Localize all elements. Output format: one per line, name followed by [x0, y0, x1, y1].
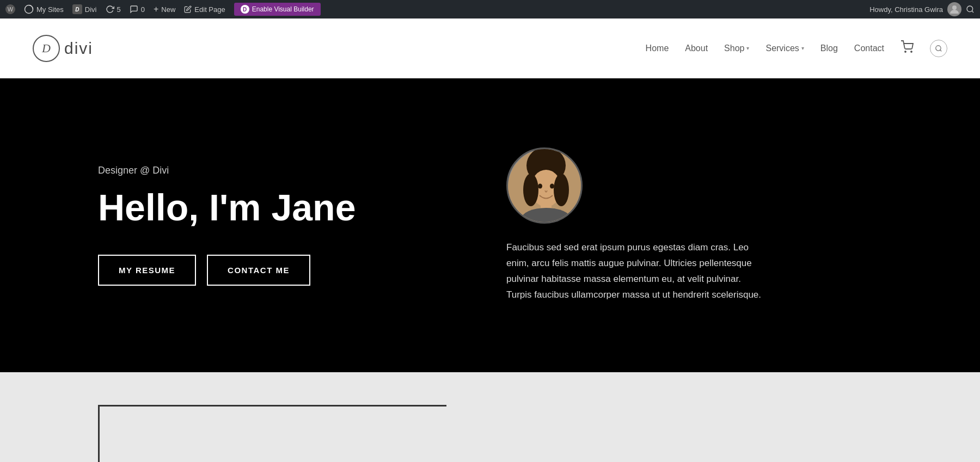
svg-line-3: [972, 11, 973, 13]
my-sites-icon: [24, 4, 34, 14]
admin-bar: W My Sites D Divi 5 0 + New Edit Page D …: [0, 0, 980, 19]
comments-icon: [130, 5, 138, 14]
hero-right: Faucibus sed sed erat ipsum purus egesta…: [474, 147, 882, 303]
enable-vb-label: Enable Visual Builder: [252, 5, 314, 13]
wordpress-icon: W: [5, 4, 15, 14]
hero-avatar: [506, 147, 583, 224]
new-item[interactable]: + New: [154, 4, 175, 14]
nav-about[interactable]: About: [685, 44, 708, 53]
updates-item[interactable]: 5: [106, 5, 121, 14]
hero-description: Faucibus sed sed erat ipsum purus egesta…: [506, 240, 768, 303]
nav-shop[interactable]: Shop ▾: [724, 44, 749, 53]
wp-logo-item[interactable]: W: [5, 4, 15, 14]
edit-page-item[interactable]: Edit Page: [184, 5, 225, 14]
user-avatar[interactable]: [947, 2, 961, 16]
shop-chevron-icon: ▾: [746, 45, 749, 51]
my-sites-item[interactable]: My Sites: [24, 4, 64, 14]
hero-buttons: MY RESUME CONTACT ME: [98, 255, 474, 286]
svg-point-6: [936, 45, 941, 50]
nav-home[interactable]: Home: [646, 44, 669, 53]
hero-subtitle: Designer @ Divi: [98, 165, 474, 176]
nav-blog[interactable]: Blog: [820, 44, 838, 53]
nav-services[interactable]: Services ▾: [765, 44, 804, 53]
svg-point-15: [538, 184, 542, 189]
svg-point-16: [550, 184, 554, 189]
my-sites-label: My Sites: [36, 5, 64, 14]
logo-circle-icon: D: [33, 35, 60, 62]
new-label: New: [161, 5, 175, 14]
admin-bar-right: Howdy, Christina Gwira: [869, 2, 975, 16]
site-nav: Home About Shop ▾ Services ▾ Blog Contac…: [646, 40, 947, 57]
howdy-label: Howdy, Christina Gwira: [869, 5, 943, 14]
comments-item[interactable]: 0: [130, 5, 145, 14]
experience-left-decoration: [98, 405, 446, 462]
divi-label: Divi: [85, 5, 97, 14]
hero-section: Designer @ Divi Hello, I'm Jane MY RESUM…: [0, 78, 980, 372]
site-logo[interactable]: D divi: [33, 35, 93, 62]
hero-title: Hello, I'm Jane: [98, 187, 474, 228]
svg-point-2: [967, 6, 973, 12]
hero-left: Designer @ Divi Hello, I'm Jane MY RESUM…: [98, 165, 474, 286]
services-chevron-icon: ▾: [801, 45, 804, 51]
experience-section: Experience: [98, 405, 882, 462]
comments-count: 0: [141, 5, 145, 14]
search-button[interactable]: [930, 40, 947, 57]
svg-point-4: [905, 51, 906, 52]
updates-count: 5: [117, 5, 121, 14]
updates-icon: [106, 5, 114, 14]
divi-item[interactable]: D Divi: [72, 4, 97, 14]
enable-visual-builder-button[interactable]: D Enable Visual Builder: [234, 3, 321, 16]
cart-icon[interactable]: [901, 40, 914, 56]
edit-page-icon: [184, 5, 192, 13]
search-icon-admin[interactable]: [966, 5, 975, 14]
edit-page-label: Edit Page: [194, 5, 225, 14]
below-hero-section: Experience: [0, 372, 980, 462]
svg-point-11: [523, 174, 538, 206]
svg-point-12: [554, 174, 569, 206]
logo-letter: D: [42, 41, 51, 56]
nav-contact[interactable]: Contact: [854, 44, 884, 53]
svg-point-5: [911, 51, 912, 52]
logo-name: divi: [64, 39, 93, 58]
svg-point-1: [952, 5, 957, 10]
divi-vb-icon: D: [241, 5, 249, 14]
site-header: D divi Home About Shop ▾ Services ▾ Blog…: [0, 19, 980, 78]
contact-button[interactable]: CONTACT ME: [207, 255, 310, 286]
svg-line-7: [940, 50, 942, 51]
resume-button[interactable]: MY RESUME: [98, 255, 196, 286]
divi-icon: D: [72, 4, 82, 14]
